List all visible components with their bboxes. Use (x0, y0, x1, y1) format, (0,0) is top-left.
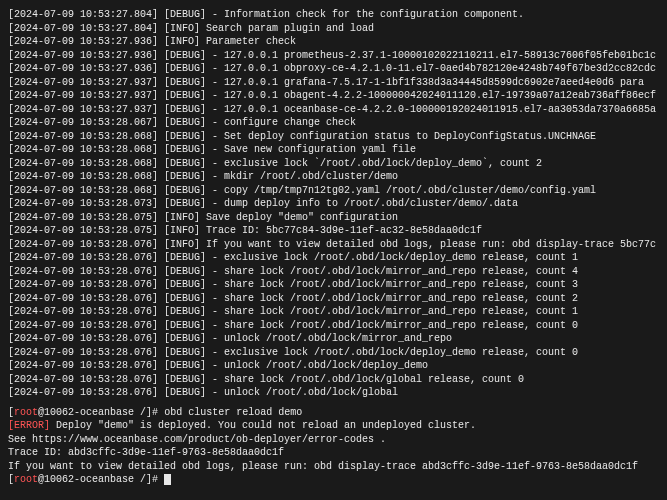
log-message: - unlock /root/.obd/lock/deploy_demo (212, 360, 428, 371)
log-message: - unlock /root/.obd/lock/global (212, 387, 398, 398)
log-line: [2024-07-09 10:53:28.076] [DEBUG] - shar… (8, 319, 659, 333)
log-message: If you want to view detailed obd logs, p… (206, 239, 656, 250)
log-timestamp: [2024-07-09 10:53:28.076] (8, 266, 164, 277)
log-message: - share lock /root/.obd/lock/mirror_and_… (212, 266, 578, 277)
prompt-user: root (14, 474, 38, 485)
log-line: [2024-07-09 10:53:27.936] [INFO] Paramet… (8, 35, 659, 49)
log-line: [2024-07-09 10:53:28.076] [DEBUG] - shar… (8, 265, 659, 279)
log-level: [DEBUG] (164, 131, 212, 142)
log-message: - dump deploy info to /root/.obd/cluster… (212, 198, 518, 209)
log-timestamp: [2024-07-09 10:53:28.076] (8, 333, 164, 344)
log-line: [2024-07-09 10:53:28.068] [DEBUG] - mkdi… (8, 170, 659, 184)
log-line: [2024-07-09 10:53:28.076] [INFO] If you … (8, 238, 659, 252)
log-level: [DEBUG] (164, 306, 212, 317)
log-level: [DEBUG] (164, 347, 212, 358)
log-line: [2024-07-09 10:53:28.076] [DEBUG] - shar… (8, 292, 659, 306)
command-line: [root@10062-oceanbase /]# obd cluster re… (8, 406, 659, 420)
log-output: [2024-07-09 10:53:27.804] [DEBUG] - Info… (8, 8, 659, 400)
log-level: [DEBUG] (164, 90, 212, 101)
log-level: [INFO] (164, 212, 206, 223)
log-level: [DEBUG] (164, 117, 212, 128)
log-line: [2024-07-09 10:53:28.068] [DEBUG] - copy… (8, 184, 659, 198)
log-line: [2024-07-09 10:53:28.075] [INFO] Trace I… (8, 224, 659, 238)
error-line: [ERROR] Deploy "demo" is deployed. You c… (8, 419, 659, 433)
log-line: [2024-07-09 10:53:28.068] [DEBUG] - Save… (8, 143, 659, 157)
log-line: [2024-07-09 10:53:28.076] [DEBUG] - shar… (8, 373, 659, 387)
prompt-host: 10062-oceanbase (44, 407, 134, 418)
log-message: - 127.0.0.1 oceanbase-ce-4.2.2.0-1000001… (212, 104, 656, 115)
log-timestamp: [2024-07-09 10:53:28.076] (8, 306, 164, 317)
log-timestamp: [2024-07-09 10:53:28.073] (8, 198, 164, 209)
log-level: [DEBUG] (164, 252, 212, 263)
log-level: [DEBUG] (164, 320, 212, 331)
log-line: [2024-07-09 10:53:28.076] [DEBUG] - excl… (8, 346, 659, 360)
log-level: [DEBUG] (164, 9, 212, 20)
log-timestamp: [2024-07-09 10:53:28.076] (8, 320, 164, 331)
log-timestamp: [2024-07-09 10:53:28.068] (8, 131, 164, 142)
log-message: - exclusive lock /root/.obd/lock/deploy_… (212, 347, 578, 358)
log-message: - Set deploy configuration status to Dep… (212, 131, 596, 142)
log-line: [2024-07-09 10:53:28.073] [DEBUG] - dump… (8, 197, 659, 211)
log-level: [DEBUG] (164, 104, 212, 115)
log-message: - share lock /root/.obd/lock/global rele… (212, 374, 524, 385)
log-level: [INFO] (164, 239, 206, 250)
log-line: [2024-07-09 10:53:27.804] [INFO] Search … (8, 22, 659, 36)
log-level: [DEBUG] (164, 171, 212, 182)
log-timestamp: [2024-07-09 10:53:27.804] (8, 23, 164, 34)
log-timestamp: [2024-07-09 10:53:27.804] (8, 9, 164, 20)
log-level: [DEBUG] (164, 279, 212, 290)
log-timestamp: [2024-07-09 10:53:28.067] (8, 117, 164, 128)
log-level: [DEBUG] (164, 144, 212, 155)
log-line: [2024-07-09 10:53:28.076] [DEBUG] - shar… (8, 305, 659, 319)
log-timestamp: [2024-07-09 10:53:28.076] (8, 239, 164, 250)
log-level: [DEBUG] (164, 333, 212, 344)
log-timestamp: [2024-07-09 10:53:27.937] (8, 104, 164, 115)
log-timestamp: [2024-07-09 10:53:28.068] (8, 171, 164, 182)
prompt-user: root (14, 407, 38, 418)
log-level: [INFO] (164, 36, 206, 47)
log-level: [DEBUG] (164, 374, 212, 385)
log-message: - share lock /root/.obd/lock/mirror_and_… (212, 293, 578, 304)
error-tag: [ERROR] (8, 420, 50, 431)
log-message: - 127.0.0.1 prometheus-2.37.1-1000010202… (212, 50, 656, 61)
log-level: [DEBUG] (164, 50, 212, 61)
log-line: [2024-07-09 10:53:27.936] [DEBUG] - 127.… (8, 62, 659, 76)
log-level: [DEBUG] (164, 77, 212, 88)
log-message: - unlock /root/.obd/lock/mirror_and_repo (212, 333, 452, 344)
typed-command[interactable]: obd cluster reload demo (164, 407, 302, 418)
log-level: [DEBUG] (164, 63, 212, 74)
log-message: - share lock /root/.obd/lock/mirror_and_… (212, 279, 578, 290)
log-timestamp: [2024-07-09 10:53:27.936] (8, 36, 164, 47)
log-level: [DEBUG] (164, 198, 212, 209)
log-level: [DEBUG] (164, 158, 212, 169)
log-timestamp: [2024-07-09 10:53:28.076] (8, 360, 164, 371)
log-timestamp: [2024-07-09 10:53:27.937] (8, 77, 164, 88)
log-timestamp: [2024-07-09 10:53:28.075] (8, 212, 164, 223)
error-msg: Deploy "demo" is deployed. You could not… (50, 420, 476, 431)
log-line: [2024-07-09 10:53:28.075] [INFO] Save de… (8, 211, 659, 225)
log-timestamp: [2024-07-09 10:53:28.075] (8, 225, 164, 236)
log-line: [2024-07-09 10:53:28.068] [DEBUG] - Set … (8, 130, 659, 144)
log-message: Parameter check (206, 36, 296, 47)
log-level: [DEBUG] (164, 293, 212, 304)
log-line: [2024-07-09 10:53:27.937] [DEBUG] - 127.… (8, 103, 659, 117)
log-message: - Information check for the configuratio… (212, 9, 524, 20)
log-line: [2024-07-09 10:53:27.804] [DEBUG] - Info… (8, 8, 659, 22)
log-level: [INFO] (164, 23, 206, 34)
log-line: [2024-07-09 10:53:27.937] [DEBUG] - 127.… (8, 76, 659, 90)
log-line: [2024-07-09 10:53:27.936] [DEBUG] - 127.… (8, 49, 659, 63)
log-timestamp: [2024-07-09 10:53:28.076] (8, 374, 164, 385)
log-message: - Save new configuration yaml file (212, 144, 416, 155)
log-message: - 127.0.0.1 grafana-7.5.17-1-1bf1f338d3a… (212, 77, 644, 88)
log-line: [2024-07-09 10:53:28.076] [DEBUG] - shar… (8, 278, 659, 292)
log-timestamp: [2024-07-09 10:53:28.076] (8, 279, 164, 290)
log-timestamp: [2024-07-09 10:53:27.937] (8, 90, 164, 101)
log-line: [2024-07-09 10:53:28.076] [DEBUG] - unlo… (8, 332, 659, 346)
log-message: - exclusive lock /root/.obd/lock/deploy_… (212, 252, 578, 263)
log-line: [2024-07-09 10:53:27.937] [DEBUG] - 127.… (8, 89, 659, 103)
log-timestamp: [2024-07-09 10:53:28.076] (8, 347, 164, 358)
log-level: [DEBUG] (164, 387, 212, 398)
log-line: [2024-07-09 10:53:28.067] [DEBUG] - conf… (8, 116, 659, 130)
log-line: [2024-07-09 10:53:28.076] [DEBUG] - unlo… (8, 359, 659, 373)
next-prompt-line[interactable]: [root@10062-oceanbase /]# (8, 473, 659, 487)
